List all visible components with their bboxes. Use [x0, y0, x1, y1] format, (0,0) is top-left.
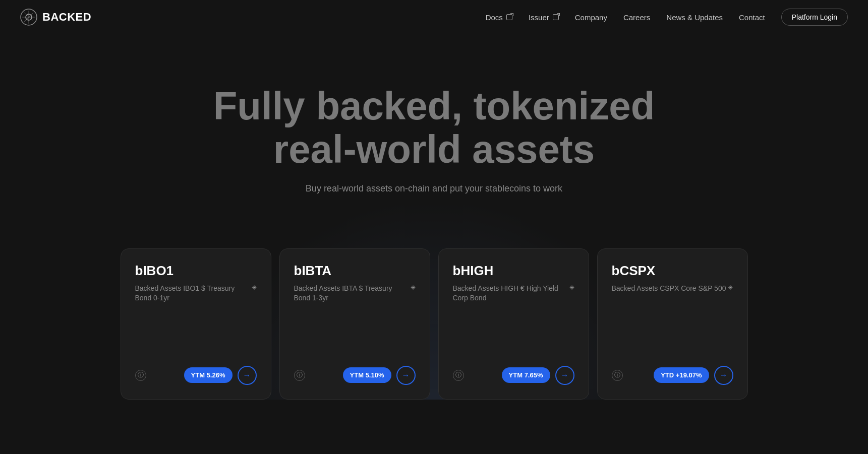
platform-login-button[interactable]: Platform Login	[781, 9, 848, 26]
external-link-icon	[506, 14, 512, 20]
external-link-icon	[553, 14, 559, 20]
bhigh-subtitle: Backed Assets HIGH € High Yield Corp Bon…	[453, 284, 574, 303]
bcspx-card[interactable]: bCSPX Backed Assets CSPX Core S&P 500 ✳ …	[597, 248, 748, 400]
bibta-card[interactable]: bIBTA Backed Assets IBTA $ Treasury Bond…	[279, 248, 430, 400]
careers-link[interactable]: Careers	[623, 13, 650, 22]
asterisk-icon: ✳	[728, 284, 733, 292]
bcspx-card-bottom: ⓘ YTD +19.07% →	[612, 366, 733, 385]
logo-icon	[20, 9, 37, 26]
bhigh-card-bottom: ⓘ YTM 7.65% →	[453, 366, 574, 385]
bibo1-actions: YTM 5.26% →	[184, 366, 257, 385]
logo[interactable]: BACKED	[20, 9, 91, 26]
contact-link[interactable]: Contact	[739, 13, 765, 22]
bcspx-arrow-button[interactable]: →	[714, 366, 733, 385]
bcspx-subtitle: Backed Assets CSPX Core S&P 500 ✳	[612, 284, 733, 294]
bibo1-subtitle: Backed Assets IBO1 $ Treasury Bond 0-1yr…	[135, 284, 257, 303]
navbar: BACKED Docs Issuer Company Careers News …	[0, 0, 868, 34]
bibo1-arrow-button[interactable]: →	[238, 366, 257, 385]
bibo1-card-bottom: ⓘ YTM 5.26% →	[135, 366, 257, 385]
company-link[interactable]: Company	[575, 13, 607, 22]
info-icon[interactable]: ⓘ	[612, 370, 623, 381]
issuer-link[interactable]: Issuer	[529, 13, 559, 22]
bibta-arrow-button[interactable]: →	[396, 366, 416, 385]
logo-text: BACKED	[42, 11, 91, 24]
bcspx-title: bCSPX	[612, 263, 733, 279]
bibo1-title: bIBO1	[135, 263, 257, 279]
bibta-subtitle: Backed Assets IBTA $ Treasury Bond 1-3yr…	[294, 284, 416, 303]
bibo1-card[interactable]: bIBO1 Backed Assets IBO1 $ Treasury Bond…	[121, 248, 271, 400]
docs-link[interactable]: Docs	[486, 13, 512, 22]
bhigh-ytm-badge[interactable]: YTM 7.65%	[502, 367, 550, 383]
info-icon[interactable]: ⓘ	[453, 370, 464, 381]
bibta-title: bIBTA	[294, 263, 416, 279]
bibta-card-bottom: ⓘ YTM 5.10% →	[294, 366, 416, 385]
bhigh-arrow-button[interactable]: →	[555, 366, 574, 385]
asterisk-icon: ✳	[411, 284, 416, 292]
info-icon[interactable]: ⓘ	[294, 370, 305, 381]
bcspx-ytd-badge[interactable]: YTD +19.07%	[654, 367, 709, 383]
bibta-actions: YTM 5.10% →	[343, 366, 416, 385]
bhigh-title: bHIGH	[453, 263, 574, 279]
bcspx-actions: YTD +19.07% →	[654, 366, 733, 385]
hero-title: Fully backed, tokenized real-world asset…	[207, 85, 661, 171]
bibta-ytm-badge[interactable]: YTM 5.10%	[343, 367, 391, 383]
nav-links: Docs Issuer Company Careers News & Updat…	[486, 9, 848, 26]
asterisk-icon: ✳	[569, 284, 574, 292]
hero-section: Fully backed, tokenized real-world asset…	[0, 34, 868, 400]
bhigh-card[interactable]: bHIGH Backed Assets HIGH € High Yield Co…	[438, 248, 589, 400]
asterisk-icon: ✳	[252, 284, 257, 292]
info-icon[interactable]: ⓘ	[135, 370, 146, 381]
news-updates-link[interactable]: News & Updates	[666, 13, 723, 22]
bibo1-ytm-badge[interactable]: YTM 5.26%	[184, 367, 233, 383]
bhigh-actions: YTM 7.65% →	[502, 366, 574, 385]
cards-container: bIBO1 Backed Assets IBO1 $ Treasury Bond…	[106, 218, 762, 400]
hero-subtitle: Buy real-world assets on-chain and put y…	[306, 183, 562, 194]
